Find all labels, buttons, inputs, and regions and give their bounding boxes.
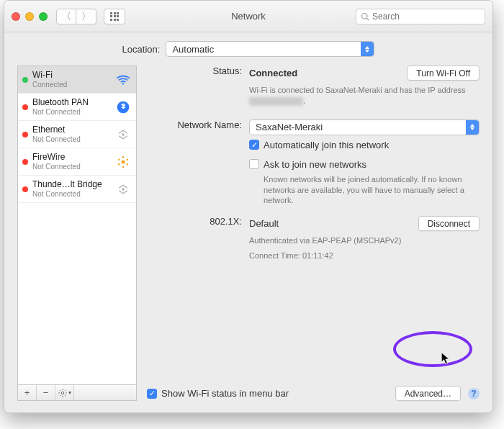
apply-button[interactable]: Apply — [439, 412, 480, 413]
svg-point-9 — [122, 166, 125, 168]
auto-join-checkbox[interactable] — [249, 140, 259, 150]
dot1x-time: Connect Time: 01:11:42 — [249, 250, 480, 261]
bluetooth-icon — [114, 99, 132, 116]
dot1x-value: Default — [249, 218, 279, 229]
dot1x-disconnect-button[interactable]: Disconnect — [418, 216, 480, 231]
svg-line-1 — [366, 18, 369, 20]
svg-point-10 — [118, 163, 120, 166]
service-thunderbolt-bridge[interactable]: Thunde…lt BridgeNot Connected — [18, 176, 136, 203]
svg-point-0 — [362, 13, 368, 19]
forward-button[interactable]: 〉 — [76, 9, 96, 24]
svg-point-5 — [122, 160, 125, 163]
gear-icon — [58, 388, 68, 398]
add-service-button[interactable]: + — [18, 385, 37, 400]
service-actions-button[interactable]: ▾ — [55, 385, 74, 400]
location-select[interactable]: Automatic — [166, 41, 374, 57]
show-all-button[interactable] — [104, 9, 125, 24]
status-dot — [22, 186, 28, 192]
svg-point-6 — [122, 156, 125, 158]
network-name-select[interactable]: SaxaNet-Meraki — [249, 119, 480, 135]
back-button[interactable]: 〈 — [56, 9, 76, 24]
service-firewire[interactable]: FireWireNot Connected — [18, 148, 136, 176]
titlebar: 〈 〉 Network — [4, 1, 492, 32]
status-label: Status: — [147, 66, 249, 81]
toggle-wifi-button[interactable]: Turn Wi-Fi Off — [407, 66, 480, 81]
dot1x-label: 802.1X: — [147, 216, 249, 231]
service-wifi[interactable]: Wi-FiConnected — [18, 66, 136, 94]
network-name-label: Network Name: — [147, 119, 249, 135]
status-description: Wi-Fi is connected to SaxaNet-Meraki and… — [249, 85, 480, 107]
status-dot — [22, 104, 28, 110]
close-window-button[interactable] — [12, 12, 20, 21]
show-status-checkbox-row[interactable]: Show Wi-Fi status in menu bar — [147, 388, 289, 399]
search-input[interactable] — [372, 12, 480, 22]
advanced-button[interactable]: Advanced… — [395, 386, 461, 401]
network-name-value: SaxaNet-Meraki — [256, 122, 323, 132]
zoom-window-button[interactable] — [39, 12, 48, 21]
ask-join-checkbox[interactable] — [249, 159, 259, 169]
ip-address-redacted — [249, 97, 303, 106]
remove-service-button[interactable]: − — [37, 385, 55, 400]
service-bluetooth-pan[interactable]: Bluetooth PANNot Connected — [18, 94, 136, 121]
svg-point-4 — [122, 133, 124, 135]
service-ethernet[interactable]: EthernetNot Connected — [18, 121, 136, 148]
revert-button[interactable]: Revert — [388, 412, 432, 413]
firewire-icon — [114, 153, 132, 171]
dot1x-auth: Authenticated via EAP-PEAP (MSCHAPv2) — [249, 235, 480, 246]
status-value: Connected — [249, 68, 297, 78]
svg-point-13 — [61, 392, 64, 394]
svg-point-8 — [127, 163, 129, 166]
svg-point-12 — [122, 188, 124, 190]
ask-join-checkbox-row[interactable]: Ask to join new networks — [249, 159, 480, 170]
location-label: Location: — [122, 44, 161, 55]
ask-join-note: Known networks will be joined automatica… — [249, 174, 480, 207]
help-button[interactable]: ? — [468, 388, 480, 399]
status-dot — [22, 77, 28, 83]
location-value: Automatic — [172, 44, 214, 55]
ethernet-icon — [114, 126, 132, 143]
svg-point-11 — [118, 158, 120, 161]
svg-point-2 — [122, 83, 124, 84]
minimize-window-button[interactable] — [25, 12, 34, 21]
show-status-checkbox[interactable] — [147, 389, 157, 399]
search-field[interactable] — [356, 9, 485, 24]
thunderbolt-icon — [114, 181, 132, 198]
status-dot — [22, 159, 28, 165]
auto-join-checkbox-row[interactable]: Automatically join this network — [249, 140, 480, 150]
status-dot — [22, 132, 28, 137]
search-icon — [361, 12, 369, 21]
svg-point-7 — [127, 158, 129, 161]
service-list: Wi-FiConnected Bluetooth PANNot Connecte… — [17, 66, 137, 385]
wifi-icon — [114, 71, 132, 89]
